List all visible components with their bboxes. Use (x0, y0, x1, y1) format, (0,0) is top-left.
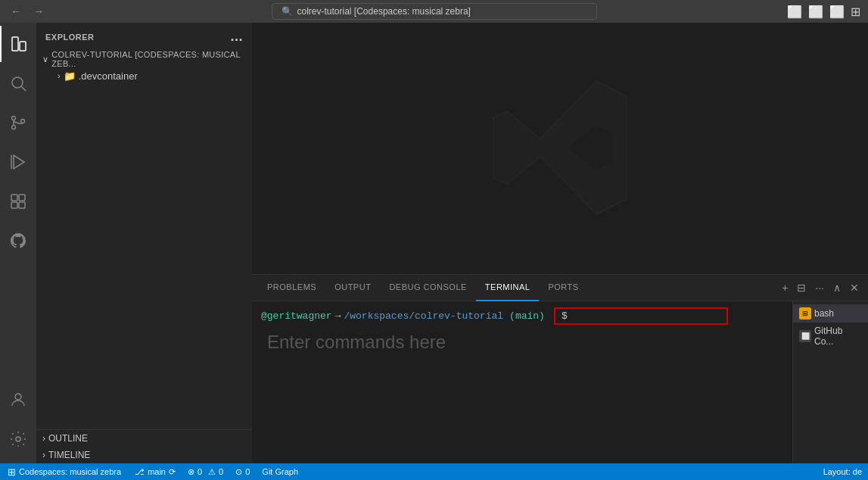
status-codespace[interactable]: ⊞ Codespaces: musical zebra (0, 463, 129, 480)
terminal-shell-sidebar: ⊞ bash ⬜ GitHub Co... (792, 301, 868, 463)
prompt-branch: (main) (509, 310, 545, 322)
outline-section[interactable]: › OUTLINE (36, 430, 252, 447)
sidebar-item-explorer[interactable] (0, 26, 36, 62)
sidebar-item-account[interactable] (0, 382, 36, 418)
sidebar-item-search[interactable] (0, 65, 36, 101)
title-search-text: colrev-tutorial [Codespaces: musical zeb… (297, 6, 471, 17)
status-remote[interactable]: ⊙ 0 (229, 463, 256, 480)
shell-bash[interactable]: ⊞ bash (793, 304, 868, 323)
chevron-right-outline-icon: › (42, 433, 45, 444)
terminal-main[interactable]: @geritwagner → /workspaces/colrev-tutori… (252, 301, 792, 463)
status-branch[interactable]: ⎇ main ⟳ (129, 463, 182, 480)
sync-icon: ⟳ (169, 467, 176, 477)
status-bar: ⊞ Codespaces: musical zebra ⎇ main ⟳ ⊗ 0… (0, 463, 868, 480)
warning-count: 0 (219, 467, 223, 476)
sidebar-header: Explorer ... (36, 23, 252, 51)
enter-commands-label: Enter commands here (267, 332, 446, 353)
shell-github[interactable]: ⬜ GitHub Co... (793, 323, 868, 350)
run-icon (9, 153, 27, 171)
github-shell-label: GitHub Co... (814, 326, 862, 347)
main-layout: Explorer ... ∨ COLREV-TUTORIAL [CODESPAC… (0, 23, 868, 463)
github-icon (9, 232, 27, 250)
remote-icon: ⊙ (235, 467, 242, 477)
bash-icon: ⊞ (799, 307, 811, 319)
tab-output[interactable]: OUTPUT (325, 275, 380, 301)
branch-icon: ⎇ (135, 467, 145, 477)
svg-point-14 (16, 437, 20, 441)
timeline-label: TIMELINE (48, 450, 90, 460)
status-layout[interactable]: Layout: de (817, 467, 868, 476)
more-actions-terminal-button[interactable]: ··· (812, 280, 827, 295)
close-terminal-button[interactable]: ✕ (847, 280, 862, 295)
timeline-section[interactable]: › TIMELINE (36, 447, 252, 463)
title-bar: ← → 🔍 colrev-tutorial [Codespaces: music… (0, 0, 868, 23)
svg-rect-10 (19, 195, 25, 201)
chevron-down-icon: ∨ (42, 55, 48, 64)
git-graph-label: Git Graph (262, 467, 298, 476)
source-control-icon (9, 114, 27, 132)
svg-rect-9 (11, 195, 17, 201)
sidebar-item-source-control[interactable] (0, 104, 36, 141)
tab-terminal[interactable]: TERMINAL (476, 275, 540, 301)
sidebar-toggle-icon[interactable]: ⬜ (787, 5, 802, 19)
vscode-logo (484, 72, 636, 226)
nav-buttons: ← → (8, 4, 47, 19)
terminal-prompt: @geritwagner → /workspaces/colrev-tutori… (261, 307, 783, 325)
layout-icon[interactable]: ⬜ (829, 5, 845, 19)
codespace-label: Codespaces: musical zebra (19, 467, 121, 476)
tree-item-devcontainer[interactable]: › 📁 .devcontainer (36, 67, 252, 84)
devcontainer-label: .devcontainer (79, 70, 138, 82)
sidebar-sections: › OUTLINE › TIMELINE (36, 429, 252, 463)
tab-debug-console[interactable]: DEBUG CONSOLE (380, 275, 475, 301)
more-actions-icon[interactable]: ... (230, 29, 243, 45)
status-left: ⊞ Codespaces: musical zebra ⎇ main ⟳ ⊗ 0… (0, 463, 304, 480)
warning-icon: ⚠ (208, 467, 216, 477)
svg-point-5 (12, 126, 16, 129)
tab-problems[interactable]: PROBLEMS (258, 275, 325, 301)
back-button[interactable]: ← (8, 4, 24, 19)
sidebar-item-run[interactable] (0, 144, 36, 180)
svg-point-2 (12, 77, 23, 88)
search-icon (9, 74, 27, 92)
tab-ports[interactable]: PORTS (539, 275, 587, 301)
terminal-panel: PROBLEMS OUTPUT DEBUG CONSOLE TERMINAL P… (252, 274, 868, 463)
terminal-tab-actions: + ⊟ ··· ∧ ✕ (779, 280, 862, 295)
extensions-icon (9, 192, 27, 210)
explorer-label: Explorer (45, 33, 95, 42)
new-terminal-button[interactable]: + (779, 280, 791, 295)
prompt-user: @geritwagner (261, 310, 332, 322)
more-icon[interactable]: ⊞ (851, 5, 860, 19)
svg-line-3 (22, 87, 26, 92)
terminal-tabs: PROBLEMS OUTPUT DEBUG CONSOLE TERMINAL P… (252, 275, 868, 301)
forward-button[interactable]: → (30, 4, 47, 19)
bash-label: bash (814, 308, 834, 319)
title-search[interactable]: 🔍 colrev-tutorial [Codespaces: musical z… (272, 3, 597, 20)
error-count: 0 (198, 467, 202, 476)
sidebar: Explorer ... ∨ COLREV-TUTORIAL [CODESPAC… (36, 23, 252, 463)
status-errors[interactable]: ⊗ 0 ⚠ 0 (182, 463, 229, 480)
status-git-graph[interactable]: Git Graph (256, 463, 304, 480)
folder-icon: 📁 (64, 70, 76, 82)
svg-rect-0 (12, 37, 18, 51)
sidebar-item-extensions[interactable] (0, 183, 36, 220)
terminal-input-wrapper: $ (554, 307, 728, 325)
svg-point-13 (15, 394, 21, 400)
terminal-input-box[interactable]: $ (554, 307, 728, 325)
account-icon (9, 391, 27, 409)
minimize-terminal-button[interactable]: ∧ (830, 280, 844, 295)
sidebar-item-github[interactable] (0, 223, 36, 259)
search-icon: 🔍 (282, 6, 293, 17)
panel-toggle-icon[interactable]: ⬜ (808, 5, 823, 19)
sidebar-item-settings[interactable] (0, 421, 36, 457)
chevron-right-icon: › (58, 71, 61, 80)
prompt-arrow: → (335, 310, 341, 322)
tree-root[interactable]: ∨ COLREV-TUTORIAL [CODESPACES: MUSICAL Z… (36, 51, 252, 67)
settings-icon (9, 430, 27, 448)
branch-label: main (148, 467, 166, 476)
error-icon: ⊗ (188, 467, 194, 477)
split-terminal-button[interactable]: ⊟ (794, 280, 809, 295)
prompt-path: /workspaces/colrev-tutorial (344, 310, 503, 322)
sidebar-header-icons: ... (230, 29, 243, 45)
chevron-right-timeline-icon: › (42, 450, 45, 460)
remote-count: 0 (245, 467, 250, 476)
